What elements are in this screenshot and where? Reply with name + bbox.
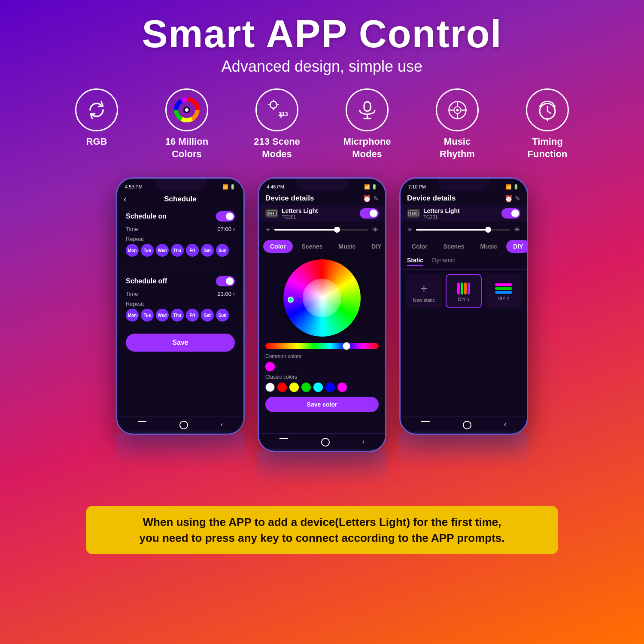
day-wed-2[interactable]: Wed [156, 309, 169, 322]
tab-music[interactable]: Music [332, 240, 363, 253]
tab-diy[interactable]: DIY [365, 240, 385, 253]
music-icon [446, 98, 469, 122]
schedule-on-toggle[interactable] [216, 211, 235, 222]
phone3-device-text: Letters Light TG201 [423, 207, 460, 219]
day-tue-2[interactable]: Tue [141, 309, 154, 322]
day-thu-2[interactable]: Thu [171, 309, 184, 322]
phone3-tab-color[interactable]: Color [405, 240, 434, 253]
day-wed-1[interactable]: Wed [156, 244, 169, 257]
phone1-icons: 📶 🔋 [222, 184, 236, 190]
clock-icon [535, 97, 560, 123]
phone3-brightness-track[interactable] [416, 229, 510, 231]
tab-color[interactable]: Color [263, 240, 293, 253]
info-banner: When using the APP to add a device(Lette… [86, 506, 558, 554]
brightness-low-icon: ☀ [265, 226, 271, 233]
day-fri-2[interactable]: Fri [186, 309, 199, 322]
phone3-title: Device details [407, 194, 456, 203]
save-color-button[interactable]: Save color [265, 397, 379, 412]
phone3-nav: ‹ [401, 416, 527, 434]
classic-color-red[interactable] [277, 383, 287, 392]
svg-line-18 [547, 111, 551, 113]
scene-icon: + 213 [264, 97, 290, 123]
phone3-device-icon [407, 209, 420, 218]
brightness-track[interactable] [274, 229, 368, 231]
phone3-device-name: Letters Light [423, 207, 460, 214]
day-mon-2[interactable]: Mon [126, 309, 139, 322]
dynamic-tab-btn[interactable]: Dynamic [432, 257, 455, 266]
classic-color-blue[interactable] [325, 383, 335, 392]
color-picker-thumb[interactable] [288, 297, 294, 303]
day-sat-2[interactable]: Sat [201, 309, 214, 322]
phone3-device-info: Letters Light TG201 [407, 207, 460, 219]
diy-new-static[interactable]: + New static [406, 274, 442, 308]
nav3-home-icon[interactable] [463, 421, 471, 429]
schedule-off-label: Schedule off [126, 277, 167, 285]
day-sun-2[interactable]: Sun [216, 309, 229, 322]
day-sun-1[interactable]: Sun [216, 244, 229, 257]
phone3-status-bar: 7:10 PM 📶 🔋 [401, 179, 527, 191]
hue-track-container [259, 341, 385, 351]
diy-item-1[interactable]: DIY-1 [446, 274, 482, 308]
main-content: Smart APP Control Advanced design, simpl… [0, 0, 644, 554]
schedule-on-label: Schedule on [126, 213, 167, 220]
svg-rect-24 [268, 212, 270, 215]
phone3-brightness-thumb[interactable] [485, 227, 491, 233]
svg-rect-27 [275, 212, 275, 215]
nav2-home-icon[interactable] [321, 438, 330, 447]
day-sat-1[interactable]: Sat [201, 244, 214, 257]
svg-rect-30 [412, 212, 413, 215]
brightness-fill [274, 229, 340, 231]
nav3-back-icon[interactable]: ‹ [504, 421, 506, 429]
feature-colors: 16 MillionColors [155, 88, 219, 160]
phone2-back-btn[interactable]: ‹ [265, 194, 268, 203]
classic-color-green[interactable] [301, 383, 311, 392]
diy-item-2[interactable]: DIY-2 [485, 274, 522, 308]
color-wheel[interactable] [283, 259, 361, 337]
day-fri-1[interactable]: Fri [186, 244, 199, 257]
phone3-tab-music[interactable]: Music [474, 240, 504, 253]
day-mon-1[interactable]: Mon [126, 244, 139, 257]
classic-color-white[interactable] [265, 383, 275, 392]
phone1-save-button[interactable]: Save [126, 334, 235, 352]
svg-rect-32 [416, 212, 417, 215]
tab-scenes[interactable]: Scenes [295, 240, 330, 253]
phone1-back-btn[interactable]: ‹ [124, 195, 126, 204]
day-tue-1[interactable]: Tue [141, 244, 154, 257]
phone3-settings-icons[interactable]: ⏰ ✎ [504, 194, 520, 203]
hue-thumb[interactable] [343, 342, 350, 350]
nav-home-icon[interactable] [179, 421, 188, 429]
phone3-device-toggle[interactable] [501, 208, 520, 219]
schedule-on-time-row: Time 07:00 › [126, 224, 235, 234]
device-text: Letters Light TG201 [282, 207, 318, 219]
phone3-tab-scenes[interactable]: Scenes [437, 240, 471, 253]
phone3-time: 7:10 PM [408, 184, 426, 189]
common-color-1[interactable] [265, 362, 275, 371]
phone3-tab-diy[interactable]: DIY [506, 240, 527, 253]
scenes-icon-circle: + 213 [255, 88, 298, 131]
hue-track[interactable] [265, 343, 379, 349]
diy-new-static-label: New static [413, 298, 435, 303]
brightness-thumb[interactable] [334, 227, 340, 233]
nav-back-icon[interactable]: ‹ [221, 421, 223, 429]
phone3-wrapper: 7:10 PM 📶 🔋 ‹ Device details ⏰ ✎ [399, 177, 528, 467]
svg-point-20 [553, 105, 556, 108]
day-thu-1[interactable]: Thu [171, 244, 184, 257]
phone3-back-btn[interactable]: ‹ [407, 194, 410, 203]
phone1-header: ‹ Schedule [117, 191, 243, 207]
classic-color-magenta[interactable] [337, 383, 347, 392]
diy-items-grid: + New static DIY-1 [401, 270, 527, 313]
classic-color-yellow[interactable] [289, 383, 299, 392]
phone2-settings-icons[interactable]: ⏰ ✎ [363, 194, 379, 203]
nav2-back-icon[interactable]: ‹ [362, 438, 365, 447]
static-tab-btn[interactable]: Static [407, 257, 423, 266]
classic-color-cyan[interactable] [313, 383, 323, 392]
schedule-off-toggle[interactable] [216, 276, 235, 286]
schedule-off-time-value: 23:00 › [218, 291, 235, 297]
device-icon [265, 209, 278, 218]
phone2-header: ‹ Device details ⏰ ✎ [259, 191, 385, 205]
timing-icon-circle [526, 88, 569, 131]
svg-point-3 [270, 101, 277, 108]
nav3-menu-icon [421, 421, 430, 422]
phone2-device-toggle[interactable] [360, 208, 379, 219]
refresh-icon [85, 98, 109, 122]
